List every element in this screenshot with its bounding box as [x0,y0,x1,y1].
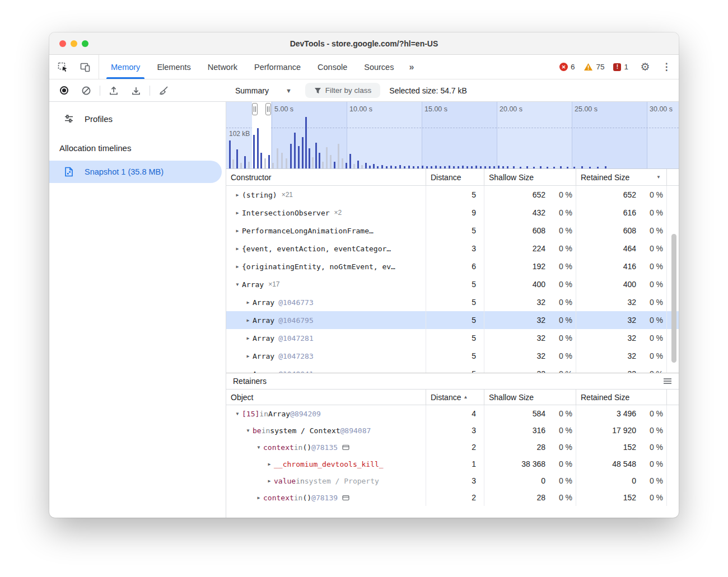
expand-arrow-icon[interactable]: ▶ [244,300,253,305]
retained-size-cell: 4160 % [576,257,667,275]
constructor-cell: ▶{event, eventAction, eventCategor… [226,240,426,257]
inspect-element-button[interactable] [52,58,74,77]
toggle-device-toolbar-button[interactable] [74,58,96,77]
shallow-size-cell: 2240 % [484,240,576,257]
expand-arrow-icon[interactable]: ▶ [244,354,253,359]
retainers-menu-button[interactable] [663,378,672,384]
row-gutter [667,186,679,204]
profile-view-select[interactable]: Summary ▼ [227,83,300,98]
expand-arrow-icon[interactable]: ▶ [244,336,253,341]
load-profile-button[interactable] [102,81,125,100]
clear-profiles-button[interactable] [75,81,97,100]
expand-arrow-icon[interactable]: ▶ [265,479,274,484]
allocation-bar [581,166,583,168]
table-row[interactable]: ▼Array×1754000 %4000 % [226,275,679,293]
expand-arrow-icon[interactable]: ▶ [233,193,242,198]
allocation-bar [453,166,455,168]
vertical-scrollbar-thumb[interactable] [671,234,676,363]
close-window-button[interactable] [59,40,66,47]
tab-console[interactable]: Console [309,55,356,79]
retained-size-percent: 0 % [636,208,663,217]
tab-elements[interactable]: Elements [148,55,199,79]
expand-arrow-icon[interactable]: ▶ [233,246,242,251]
column-header-distance[interactable]: Distance [426,169,484,185]
tab-performance[interactable]: Performance [246,55,309,79]
y-max-gridline [226,128,679,128]
table-row[interactable]: ▼be in system / Context @89408733160 %17… [226,422,679,439]
shallow-size-cell: 320 % [484,293,576,311]
table-row[interactable]: ▶PerformanceLongAnimationFrame…56080 %60… [226,222,679,240]
collapse-arrow-icon[interactable]: ▼ [254,445,263,450]
shallow-size-value: 28 [484,443,545,452]
collapse-arrow-icon[interactable]: ▼ [244,428,253,433]
expand-arrow-icon[interactable]: ▶ [233,228,242,233]
table-row[interactable]: ▶Array@10490415320 %320 % [226,365,679,373]
column-header-shallow-size[interactable]: Shallow Size [484,390,576,405]
table-row[interactable]: ▶{event, eventAction, eventCategor…32240… [226,240,679,257]
zoom-window-button[interactable] [82,40,88,47]
table-row[interactable]: ▶{originatingEntity, noGtmEvent, ev…6192… [226,257,679,275]
row-gutter [667,405,679,422]
table-row[interactable]: ▶context in () @781392280 %1520 % [226,489,679,506]
table-row[interactable]: ▶IntersectionObserver×294320 %6160 % [226,204,679,222]
sidebar-item-snapshot-1[interactable]: Snapshot 1 (35.8 MB) [49,161,222,183]
selection-handle-right[interactable] [265,103,271,115]
class-filter-input[interactable]: Filter by class [305,83,381,98]
main-menu-button[interactable]: ⋮ [659,58,674,77]
minimize-window-button[interactable] [71,40,77,47]
expand-arrow-icon[interactable]: ▶ [265,462,274,467]
table-row[interactable]: ▶Array@10467955320 %320 % [226,311,679,329]
allocation-bar [480,166,482,168]
column-header-shallow-size[interactable]: Shallow Size [484,169,576,185]
table-row[interactable]: ▶Array@10472815320 %320 % [226,329,679,347]
allocation-bar [330,155,332,168]
frame-location-icon[interactable] [342,495,349,501]
table-row[interactable]: ▶Array@10467735320 %320 % [226,293,679,311]
retained-size-percent: 0 % [636,244,663,253]
table-row[interactable]: ▼[15] in Array @89420945840 %3 4960 % [226,405,679,422]
tab-network[interactable]: Network [199,55,246,79]
table-row[interactable]: ▶value in system / Property300 %00 % [226,472,679,489]
shallow-size-cell: 1920 % [484,257,576,275]
allocation-timeline-chart[interactable]: 102 kB 5.00 s10.00 s15.00 s20.00 s25.00 … [226,102,679,169]
table-row[interactable]: ▶(string)×2156520 %6520 % [226,186,679,204]
table-row[interactable]: ▶Array@10472835320 %320 % [226,347,679,365]
object-id: @1046773 [278,298,314,307]
expand-arrow-icon[interactable]: ▶ [233,210,242,215]
tab-sources[interactable]: Sources [356,55,402,79]
column-header-distance[interactable]: Distance ▲ [426,390,484,405]
upload-icon [109,86,119,96]
errors-badge[interactable]: ✕ 6 [556,63,578,71]
frame-location-icon[interactable] [342,444,349,451]
expand-arrow-icon[interactable]: ▶ [244,318,253,323]
tab-memory[interactable]: Memory [102,55,148,79]
selection-handle-left[interactable] [252,103,258,115]
expand-arrow-icon[interactable]: ▶ [254,495,263,500]
retained-size-percent: 0 % [636,351,663,360]
settings-button[interactable]: ⚙ [634,58,656,77]
allocation-bar [346,163,347,168]
collapse-arrow-icon[interactable]: ▼ [233,411,242,416]
column-header-object[interactable]: Object [226,390,426,405]
expand-arrow-icon[interactable]: ▶ [233,264,242,269]
column-header-retained-size[interactable]: Retained Size [576,390,667,405]
column-header-retained-size[interactable]: Retained Size ▼ [576,169,667,185]
collapse-arrow-icon[interactable]: ▼ [233,282,242,287]
retained-size-value: 32 [576,316,636,325]
expand-arrow-icon[interactable]: ▶ [244,372,253,373]
allocation-bar [386,166,388,168]
table-row[interactable]: ▶__chromium_devtools_kill_138 3680 %48 5… [226,456,679,472]
shallow-size-cell: 5840 % [484,405,576,422]
record-heap-button[interactable] [53,81,75,100]
more-tabs-button[interactable]: » [402,55,421,79]
column-header-constructor[interactable]: Constructor [226,169,426,185]
shallow-size-percent: 0 % [545,459,572,468]
table-row[interactable]: ▼context in () @781352280 %1520 % [226,439,679,456]
save-profile-button[interactable] [125,81,147,100]
collect-garbage-button[interactable] [152,81,175,100]
warnings-badge[interactable]: 75 [580,63,608,71]
issues-badge[interactable]: ! 1 [610,63,632,71]
distance-cell: 9 [426,204,484,222]
constructor-cell: ▶(string)×21 [226,186,426,204]
retained-size-cell: 320 % [576,329,667,347]
